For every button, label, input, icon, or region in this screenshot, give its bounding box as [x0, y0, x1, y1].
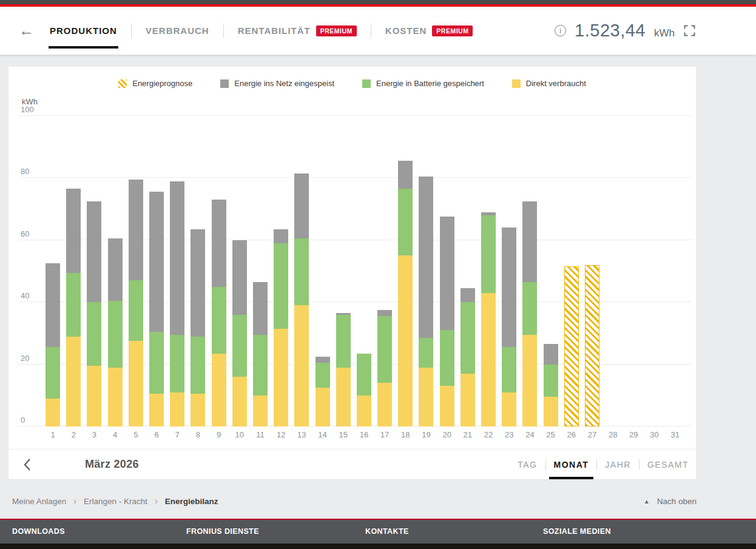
bar-day-28[interactable] [606, 116, 620, 426]
segment-batterie-day-15 [336, 315, 351, 368]
bar-day-26[interactable] [564, 116, 579, 426]
tab-rentabilitaet[interactable]: RENTABILITÄT PREMIUM [237, 25, 358, 36]
main-nav: ← PRODUKTION VERBRAUCH RENTABILITÄT PREM… [0, 7, 756, 55]
fullscreen-icon[interactable] [683, 24, 696, 37]
bar-day-19[interactable] [419, 116, 433, 426]
footer-downloads[interactable]: DOWNLOADS [12, 527, 65, 536]
legend-energieprognose[interactable]: Energieprognose [118, 79, 192, 88]
bar-slot-18 [395, 116, 416, 426]
bar-day-22[interactable] [481, 116, 496, 426]
y-tick-label-60: 60 [21, 229, 29, 238]
legend-direkt[interactable]: Direkt verbraucht [512, 79, 586, 88]
breadcrumb-anlage[interactable]: Erlangen - Kracht [84, 497, 147, 506]
back-arrow-icon[interactable]: ← [19, 23, 34, 38]
bar-day-17[interactable] [377, 116, 392, 426]
range-divider [596, 459, 597, 470]
tab-kosten[interactable]: KOSTEN PREMIUM [384, 25, 474, 36]
segment-direkt-day-22 [481, 293, 496, 426]
bar-day-30[interactable] [647, 116, 662, 426]
bar-day-2[interactable] [66, 116, 81, 426]
bar-slot-25 [541, 116, 561, 426]
segment-direkt-day-2 [66, 337, 81, 426]
bar-day-25[interactable] [544, 116, 558, 426]
segment-batterie-day-19 [419, 338, 433, 368]
segment-direkt-day-15 [336, 368, 351, 426]
premium-badge: PREMIUM [316, 25, 357, 36]
bar-day-27[interactable] [585, 116, 599, 426]
segment-batterie-day-16 [357, 354, 371, 396]
bar-day-31[interactable] [668, 116, 683, 426]
bar-day-9[interactable] [212, 116, 226, 426]
bar-day-6[interactable] [149, 116, 164, 426]
segment-netz-day-19 [419, 177, 433, 338]
bar-day-10[interactable] [232, 116, 247, 426]
range-tag[interactable]: TAG [518, 460, 537, 470]
bar-day-5[interactable] [129, 116, 143, 426]
x-tick-label-21: 21 [457, 430, 478, 439]
footer-links: DOWNLOADS FRONIUS DIENSTE KONTAKTE SOZIA… [0, 520, 756, 544]
bar-day-13[interactable] [294, 116, 309, 426]
info-icon[interactable]: i [555, 25, 566, 36]
range-monat[interactable]: MONAT [554, 460, 589, 470]
segment-direkt-day-23 [502, 392, 516, 426]
bar-slot-17 [374, 116, 395, 426]
bar-slot-4 [105, 116, 126, 426]
bar-day-3[interactable] [87, 116, 101, 426]
tab-produktion-label: PRODUKTION [50, 25, 117, 36]
x-tick-label-15: 15 [333, 430, 354, 439]
bar-day-4[interactable] [108, 116, 123, 426]
footer-kontakte[interactable]: KONTAKTE [365, 527, 409, 536]
legend-netz[interactable]: Energie ins Netz eingespeist [220, 79, 334, 88]
bar-day-15[interactable] [336, 116, 351, 426]
segment-batterie-day-18 [398, 189, 413, 255]
segment-batterie-day-22 [481, 215, 496, 293]
bar-day-24[interactable] [522, 116, 537, 426]
previous-period-chevron-icon[interactable] [23, 458, 32, 471]
bar-day-8[interactable] [191, 116, 205, 426]
breadcrumb-separator: › [73, 496, 76, 506]
segment-netz-day-13 [294, 173, 309, 239]
bar-day-1[interactable] [46, 116, 60, 426]
segment-netz-day-12 [274, 229, 288, 243]
grid-feed-swatch-icon [220, 79, 229, 88]
range-gesamt[interactable]: GESAMT [647, 460, 689, 470]
x-tick-label-3: 3 [84, 430, 104, 439]
bar-day-16[interactable] [357, 116, 371, 426]
segment-netz-day-3 [87, 201, 101, 302]
bar-day-12[interactable] [274, 116, 288, 426]
legend-label: Direkt verbraucht [526, 79, 586, 88]
footer-soziale-medien[interactable]: SOZIALE MEDIEN [543, 527, 611, 536]
breadcrumb: Meine Anlagen › Erlangen - Kracht › Ener… [12, 496, 218, 506]
page: ← PRODUKTION VERBRAUCH RENTABILITÄT PREM… [0, 0, 756, 549]
period-label: März 2026 [85, 458, 139, 471]
bar-day-20[interactable] [440, 116, 454, 426]
premium-badge: PREMIUM [432, 25, 473, 36]
bar-day-29[interactable] [626, 116, 641, 426]
legend-batterie[interactable]: Energie in Batterie gespeichert [362, 79, 484, 88]
back-to-top-label: Nach oben [657, 497, 697, 506]
bar-slot-31 [665, 116, 686, 426]
segment-direkt-day-14 [316, 388, 330, 426]
tab-produktion[interactable]: PRODUKTION [49, 25, 118, 36]
bar-day-21[interactable] [461, 116, 475, 426]
total-value: 1.523,44 [575, 21, 646, 41]
bar-day-7[interactable] [170, 116, 184, 426]
segment-direkt-day-5 [129, 341, 143, 426]
bar-day-18[interactable] [398, 116, 413, 426]
battery-swatch-icon [362, 79, 371, 88]
segment-direkt-day-20 [440, 386, 454, 426]
segment-batterie-day-2 [66, 273, 81, 337]
bar-day-14[interactable] [316, 116, 330, 426]
range-jahr[interactable]: JAHR [605, 460, 631, 470]
bar-slot-30 [644, 116, 664, 426]
back-to-top-button[interactable]: ▲ Nach oben [644, 497, 697, 506]
breadcrumb-meine-anlagen[interactable]: Meine Anlagen [12, 497, 66, 506]
segment-direkt-day-8 [191, 394, 205, 426]
tab-verbrauch[interactable]: VERBRAUCH [144, 25, 211, 36]
bar-day-23[interactable] [502, 116, 516, 426]
x-tick-label-20: 20 [437, 430, 457, 439]
bar-slot-14 [312, 116, 332, 426]
footer-fronius-dienste[interactable]: FRONIUS DIENSTE [186, 527, 259, 536]
y-axis-unit-label: kWh [22, 97, 696, 106]
bar-day-11[interactable] [253, 116, 268, 426]
